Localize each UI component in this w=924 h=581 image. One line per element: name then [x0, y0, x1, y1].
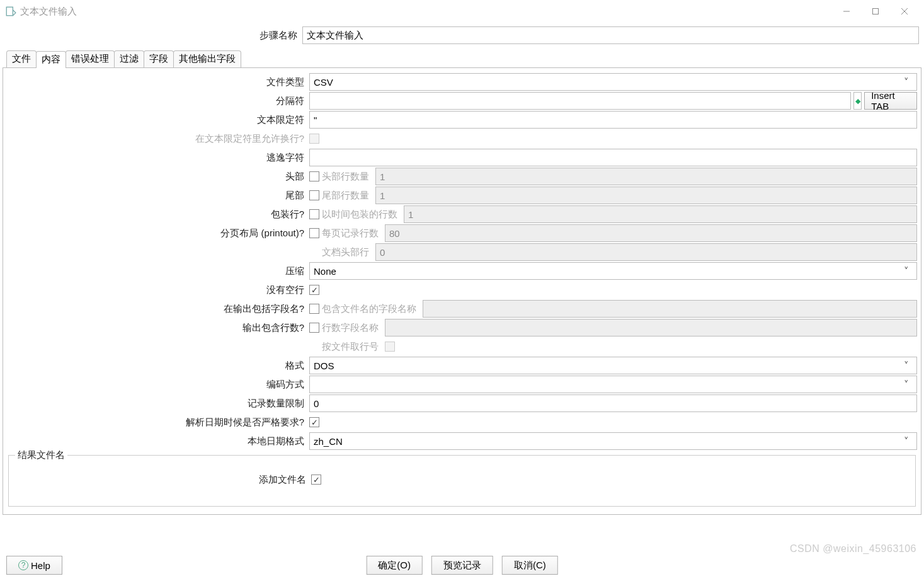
separator-input[interactable] [309, 92, 851, 110]
wrapped-lines-input [404, 205, 917, 223]
encoding-label: 编码方式 [7, 379, 309, 391]
text-qualifier-input[interactable] [309, 111, 917, 129]
locale-select[interactable]: zh_CN ˅ [309, 432, 917, 450]
strict-date-label: 解析日期时候是否严格要求? [7, 417, 309, 429]
include-fieldname-checkbox[interactable] [309, 304, 319, 314]
paged-label: 分页布局 (printout)? [7, 227, 309, 239]
include-rownum-label: 输出包含行数? [7, 322, 309, 334]
file-type-select[interactable]: CSV ˅ [309, 73, 917, 91]
minimize-button[interactable] [832, 1, 861, 21]
preview-button[interactable]: 预览记录 [431, 556, 493, 575]
paged-checkbox[interactable] [309, 228, 319, 238]
paged-sublabel: 每页记录行数 [322, 227, 382, 239]
tab-content[interactable]: 内容 [36, 51, 66, 68]
ok-button[interactable]: 确定(O) [366, 556, 423, 575]
encoding-select[interactable]: ˅ [309, 376, 917, 393]
text-qualifier-label: 文本限定符 [7, 114, 309, 126]
doc-header-sublabel: 文档头部行 [322, 246, 373, 258]
locale-value: zh_CN [314, 436, 343, 447]
footer-sublabel: 尾部行数量 [322, 190, 373, 202]
chevron-down-icon: ˅ [900, 379, 913, 390]
format-value: DOS [314, 360, 334, 371]
allow-newline-checkbox [309, 134, 319, 144]
header-checkbox[interactable] [309, 171, 319, 181]
file-type-label: 文件类型 [7, 76, 309, 88]
no-empty-lines-checkbox[interactable] [309, 285, 319, 295]
add-filename-checkbox[interactable] [311, 475, 321, 485]
tab-other[interactable]: 其他输出字段 [173, 50, 241, 67]
rownum-per-file-label: 按文件取行号 [322, 341, 382, 353]
no-empty-lines-label: 没有空行 [7, 284, 309, 296]
header-lines-input [375, 168, 917, 185]
help-label: Help [31, 560, 50, 571]
allow-newline-label: 在文本限定符里允许换行? [7, 133, 309, 145]
include-fieldname-sublabel: 包含文件名的字段名称 [322, 303, 420, 315]
watermark: CSDN @weixin_45963106 [790, 543, 916, 555]
help-icon: ? [18, 560, 28, 570]
format-label: 格式 [7, 360, 309, 372]
cancel-button[interactable]: 取消(C) [502, 556, 558, 575]
titlebar: 文本文件输入 [0, 0, 924, 23]
locale-label: 本地日期格式 [7, 435, 309, 447]
format-select[interactable]: DOS ˅ [309, 357, 917, 374]
footer-checkbox[interactable] [309, 190, 319, 200]
step-name-row: 步骤名称 [0, 23, 924, 48]
result-filename-legend: 结果文件名 [15, 449, 67, 461]
result-filename-group: 结果文件名 添加文件名 [8, 455, 916, 507]
header-sublabel: 头部行数量 [322, 171, 373, 183]
help-button[interactable]: ? Help [6, 556, 62, 575]
rownum-per-file-checkbox [385, 342, 395, 352]
file-type-value: CSV [314, 77, 333, 88]
wrapped-checkbox[interactable] [309, 209, 319, 219]
wrapped-sublabel: 以时间包装的行数 [322, 209, 401, 221]
bottom-bar: ? Help 确定(O) 预览记录 取消(C) [0, 556, 924, 575]
row-limit-input[interactable] [309, 394, 917, 412]
footer-lines-input [375, 187, 917, 204]
doc-header-input [375, 243, 917, 261]
rownum-input [385, 319, 917, 337]
svg-rect-2 [873, 9, 879, 14]
footer-label: 尾部 [7, 190, 309, 202]
tab-fields[interactable]: 字段 [144, 50, 174, 67]
paged-lines-input [385, 224, 917, 242]
compression-value: None [314, 266, 336, 277]
window-title: 文本文件输入 [20, 6, 77, 18]
include-rownum-checkbox[interactable] [309, 323, 319, 333]
add-filename-label: 添加文件名 [14, 474, 311, 486]
fieldname-input [423, 300, 917, 318]
svg-rect-0 [6, 7, 13, 16]
row-limit-label: 记录数量限制 [7, 398, 309, 410]
chevron-down-icon: ˅ [900, 265, 913, 277]
wrapped-label: 包装行? [7, 209, 309, 221]
content-panel: 文件类型 CSV ˅ 分隔符 ◆ Insert TAB 文本限定符 在文本限定符… [3, 68, 921, 515]
app-icon [5, 6, 16, 17]
insert-tab-button[interactable]: Insert TAB [864, 92, 917, 110]
chevron-down-icon: ˅ [900, 435, 913, 447]
compression-select[interactable]: None ˅ [309, 262, 917, 280]
step-name-input[interactable] [302, 26, 919, 44]
escape-char-input[interactable] [309, 149, 917, 166]
tab-file[interactable]: 文件 [6, 50, 37, 67]
header-label: 头部 [7, 171, 309, 183]
chevron-down-icon: ˅ [900, 76, 913, 88]
compression-label: 压缩 [7, 265, 309, 277]
maximize-button[interactable] [861, 1, 890, 21]
tab-bar: 文件 内容 错误处理 过滤 字段 其他输出字段 [3, 50, 921, 68]
escape-char-label: 逃逸字符 [7, 152, 309, 164]
variable-picker-icon[interactable]: ◆ [853, 92, 862, 110]
strict-date-checkbox[interactable] [309, 417, 319, 427]
chevron-down-icon: ˅ [900, 360, 913, 371]
step-name-label: 步骤名称 [0, 30, 302, 42]
include-fieldname-label: 在输出包括字段名? [7, 303, 309, 315]
rownum-sublabel: 行数字段名称 [322, 322, 382, 334]
close-button[interactable] [890, 1, 919, 21]
tab-error[interactable]: 错误处理 [66, 50, 115, 67]
tab-filter[interactable]: 过滤 [114, 50, 144, 67]
separator-label: 分隔符 [7, 95, 309, 107]
